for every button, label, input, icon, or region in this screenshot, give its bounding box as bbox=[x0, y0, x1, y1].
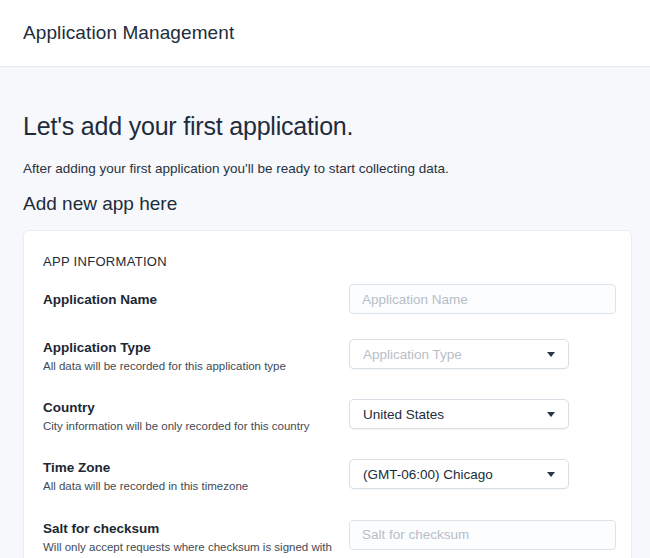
country-label-block: Country City information will be only re… bbox=[43, 399, 310, 434]
salt-for-checksum-input[interactable] bbox=[349, 520, 616, 550]
salt-label-block: Salt for checksum Will only accept reque… bbox=[43, 520, 338, 558]
time-zone-select[interactable]: (GMT-06:00) Chicago bbox=[349, 459, 569, 489]
country-select-value: United States bbox=[363, 407, 444, 422]
application-management-page: Application Management Let's add your fi… bbox=[0, 0, 650, 558]
country-control: United States bbox=[349, 399, 616, 429]
form-row-application-name: Application Name bbox=[43, 284, 616, 314]
country-select[interactable]: United States bbox=[349, 399, 569, 429]
chevron-down-icon bbox=[547, 352, 555, 357]
time-zone-helper: All data will be recorded in this timezo… bbox=[43, 479, 248, 494]
time-zone-select-value: (GMT-06:00) Chicago bbox=[363, 467, 493, 482]
application-name-control bbox=[349, 284, 616, 314]
salt-for-checksum-label: Salt for checksum bbox=[43, 521, 338, 536]
add-app-section-heading: Add new app here bbox=[23, 193, 632, 215]
form-row-application-type: Application Type All data will be record… bbox=[43, 339, 616, 374]
time-zone-label-block: Time Zone All data will be recorded in t… bbox=[43, 459, 248, 494]
salt-control bbox=[349, 520, 616, 550]
country-label: Country bbox=[43, 400, 310, 415]
form-row-time-zone: Time Zone All data will be recorded in t… bbox=[43, 459, 616, 494]
page-header: Application Management bbox=[0, 0, 650, 67]
chevron-down-icon bbox=[547, 412, 555, 417]
salt-for-checksum-helper: Will only accept requests where checksum… bbox=[43, 540, 338, 558]
application-name-label: Application Name bbox=[43, 292, 157, 307]
add-app-form-card: APP INFORMATION Application Name Applica… bbox=[23, 230, 632, 558]
page-title: Application Management bbox=[23, 22, 234, 44]
application-type-label: Application Type bbox=[43, 340, 286, 355]
application-type-control: Application Type bbox=[349, 339, 616, 369]
application-type-select-value: Application Type bbox=[363, 347, 462, 362]
chevron-down-icon bbox=[547, 472, 555, 477]
form-row-salt-for-checksum: Salt for checksum Will only accept reque… bbox=[43, 520, 616, 558]
application-type-label-block: Application Type All data will be record… bbox=[43, 339, 286, 374]
country-helper: City information will be only recorded f… bbox=[43, 419, 310, 434]
main-content: Let's add your first application. After … bbox=[0, 112, 650, 558]
application-name-label-block: Application Name bbox=[43, 291, 157, 307]
application-name-input[interactable] bbox=[349, 284, 616, 314]
form-row-country: Country City information will be only re… bbox=[43, 399, 616, 434]
app-information-title: APP INFORMATION bbox=[43, 254, 616, 269]
application-type-helper: All data will be recorded for this appli… bbox=[43, 359, 286, 374]
hero-subheading: After adding your first application you'… bbox=[23, 161, 632, 176]
hero-heading: Let's add your first application. bbox=[23, 112, 632, 141]
time-zone-label: Time Zone bbox=[43, 460, 248, 475]
time-zone-control: (GMT-06:00) Chicago bbox=[349, 459, 616, 489]
application-type-select[interactable]: Application Type bbox=[349, 339, 569, 369]
